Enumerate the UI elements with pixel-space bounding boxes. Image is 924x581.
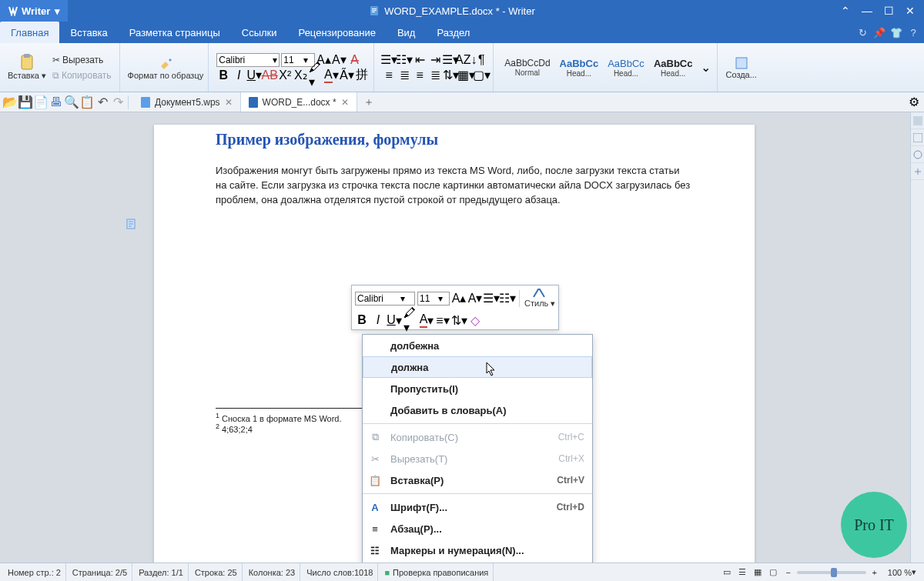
mini-numbering-icon[interactable]: ☷▾ [500,292,514,306]
format-painter-button[interactable]: Формат по образцу [128,55,204,80]
status-spellcheck[interactable]: ■Проверка правописания [380,563,494,581]
right-strip-btn1[interactable] [911,112,924,129]
underline-button[interactable]: U▾ [247,68,261,82]
zoom-in-button[interactable]: + [868,566,882,579]
highlight-button[interactable]: 🖍▾ [309,68,323,82]
strike-button[interactable]: AB [263,68,276,82]
view-web-icon[interactable]: ▦ [751,566,765,579]
bullets-button[interactable]: ☰▾ [382,53,396,67]
close-window-button[interactable]: ✕ [901,3,919,18]
right-strip-btn3[interactable] [911,146,924,163]
char-effects-button[interactable]: A̋▾ [340,68,353,82]
copy-button[interactable]: ⧉Копировать [49,68,115,82]
ctx-paragraph[interactable]: ≡Абзац(P)... [363,518,592,539]
align-right-button[interactable]: ≡ [413,68,427,82]
status-words[interactable]: Число слов:1018 [302,563,378,581]
zoom-slider[interactable] [797,571,866,574]
close-tab-icon[interactable]: ✕ [225,97,233,108]
style-normal[interactable]: AaBbCcDdNormal [501,58,553,77]
status-section[interactable]: Раздел: 1/1 [134,563,189,581]
mini-increase-font-icon[interactable]: A▴ [452,292,466,306]
paragraph-marker-icon[interactable] [123,217,139,231]
right-strip-btn4[interactable] [911,163,924,180]
mini-decrease-font-icon[interactable]: A▾ [468,292,482,306]
bold-button[interactable]: B [216,68,230,82]
print-icon[interactable]: 🖶 [49,95,63,109]
mini-underline-button[interactable]: U▾ [387,313,401,327]
align-center-button[interactable]: ≣ [397,68,411,82]
undo-icon[interactable]: ↶ [95,95,109,109]
cut-button[interactable]: ✂Вырезать [49,53,115,67]
phonetic-button[interactable]: 拼 [355,68,369,82]
zoom-out-button[interactable]: − [782,566,795,579]
tab-insert[interactable]: Вставка [59,22,118,43]
sort-button[interactable]: AZ↓ [459,53,473,67]
tab-view[interactable]: Вид [387,22,427,43]
tab-home[interactable]: Главная [0,22,59,43]
status-page-no[interactable]: Номер стр.: 2 [3,563,66,581]
ctx-cut[interactable]: ✂Вырезать(T)Ctrl+X [363,448,592,469]
mini-highlight-button[interactable]: 🖍▾ [403,313,417,327]
mini-spacing-button[interactable]: ⇅▾ [452,313,466,327]
shirt-icon[interactable]: 👕 [889,25,904,40]
show-marks-button[interactable]: ¶ [474,53,488,67]
line-spacing-button[interactable]: ⇅▾ [444,68,457,82]
view-outline-icon[interactable]: ☰ [735,566,749,579]
status-line[interactable]: Строка: 25 [190,563,243,581]
subscript-button[interactable]: X₂ [293,68,307,82]
paste-button[interactable]: Вставка ▾ [8,54,46,81]
settings-icon[interactable]: ⚙ [907,95,921,109]
ctx-add-dictionary[interactable]: Добавить в словарь(A) [363,399,592,421]
mini-font-selector[interactable]: ▾ [355,292,415,306]
mini-italic-button[interactable]: I [371,313,385,327]
ctx-bullets[interactable]: ☷Маркеры и нумерация(N)... [363,539,592,561]
mini-align-button[interactable]: ≡▾ [436,313,450,327]
style-heading3[interactable]: AaBbCcHead... [651,58,696,78]
minimize-button[interactable]: — [858,3,876,18]
view-page-icon[interactable]: ▭ [720,566,734,579]
status-page[interactable]: Страница: 2/5 [68,563,132,581]
new-tab-button[interactable]: ＋ [357,95,380,109]
clear-format-icon[interactable]: A̶ [347,53,361,67]
doc-tab-1[interactable]: Документ5.wps ✕ [133,92,241,112]
ctx-paste[interactable]: 📋Вставка(P)Ctrl+V [363,469,592,491]
new-style-button[interactable]: Созда... [725,56,756,79]
mini-size-selector[interactable]: ▾ [417,292,450,306]
mini-bullets-icon[interactable]: ☰▾ [484,292,498,306]
style-heading1[interactable]: AaBbCcHead... [557,58,602,78]
shading-button[interactable]: ▦▾ [459,68,473,82]
borders-button[interactable]: ▢▾ [474,68,488,82]
view-normal-icon[interactable]: ▢ [766,566,780,579]
refresh-icon[interactable]: ↻ [855,25,870,40]
ctx-copy[interactable]: ⧉Копировать(C)Ctrl+C [363,426,592,448]
maximize-button[interactable]: ☐ [879,3,898,18]
mini-eraser-icon[interactable]: ◇ [468,313,482,327]
collapse-ribbon-icon[interactable]: ⌃ [836,3,855,18]
ctx-font[interactable]: AШрифт(F)...Ctrl+D [363,496,592,518]
ctx-skip[interactable]: Пропустить(I) [363,378,592,399]
align-left-button[interactable]: ≡ [382,68,396,82]
ctx-suggestion-2[interactable]: должна [363,356,592,378]
ctx-suggestion-1[interactable]: долбежна [363,335,592,356]
app-menu-button[interactable]: Writer ▾ [0,0,68,22]
superscript-button[interactable]: X² [278,68,292,82]
mini-bold-button[interactable]: B [355,313,369,327]
zoom-value[interactable]: 100 % ▾ [883,563,921,581]
numbering-button[interactable]: ☷▾ [397,53,411,67]
style-heading2[interactable]: AaBbCcHead... [604,58,648,78]
pin-icon[interactable]: 📌 [872,25,887,40]
help-icon[interactable]: ? [906,25,921,40]
right-strip-btn2[interactable] [911,129,924,146]
export-pdf-icon[interactable]: 📄 [34,95,48,109]
open-icon[interactable]: 📂 [3,95,17,109]
doc-tab-2[interactable]: WORD_E...docx * ✕ [241,92,357,112]
font-selector[interactable]: ▾ [216,53,280,67]
styles-more-button[interactable]: ⌄ [698,61,712,75]
decrease-indent-button[interactable]: ⇤ [413,53,427,67]
increase-indent-button[interactable]: ⇥ [428,53,442,67]
decrease-font-icon[interactable]: A▾ [332,53,346,67]
tab-links[interactable]: Ссылки [231,22,288,43]
close-tab-icon[interactable]: ✕ [341,97,349,108]
tab-review[interactable]: Рецензирование [288,22,387,43]
mini-style-button[interactable]: Стиль ▾ [524,288,555,309]
